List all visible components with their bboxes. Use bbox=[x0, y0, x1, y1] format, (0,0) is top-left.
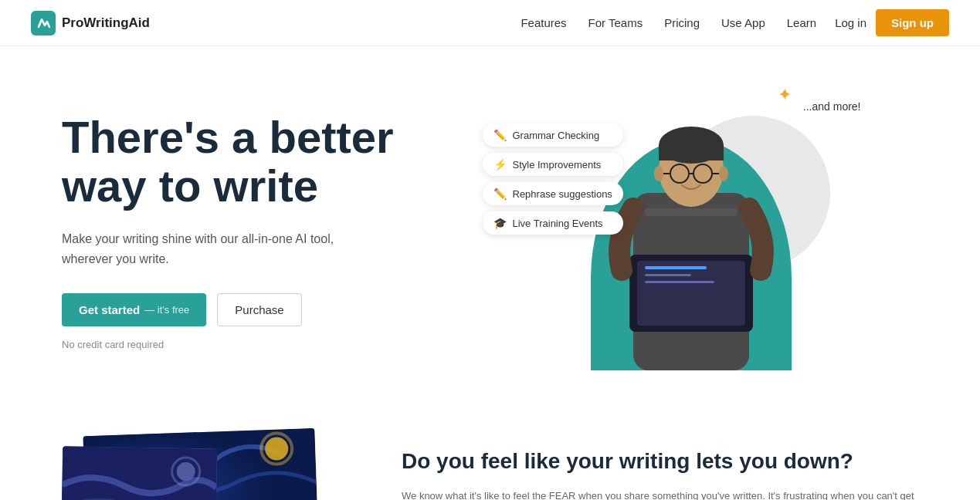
svg-rect-9 bbox=[659, 145, 724, 160]
pill-style: ⚡ Style Improvements bbox=[483, 153, 623, 176]
painting-front bbox=[61, 446, 217, 500]
nav-features[interactable]: Features bbox=[521, 16, 566, 29]
cta-free-label: — it's free bbox=[144, 304, 189, 316]
hero-subtitle: Make your writing shine with our all-in-… bbox=[62, 229, 355, 269]
hero-illustration: ...and more! ✦ bbox=[544, 93, 838, 370]
hero-title: There's a better way to write bbox=[62, 113, 463, 211]
section2: My idea in my head Do you feel like your… bbox=[0, 401, 980, 500]
logo-text: ProWritingAid bbox=[62, 15, 150, 31]
training-icon: 🎓 bbox=[493, 217, 507, 229]
pill-grammar: ✏️ Grammar Checking bbox=[483, 123, 623, 147]
nav-use-app[interactable]: Use App bbox=[721, 16, 765, 29]
svg-rect-4 bbox=[645, 266, 707, 269]
style-icon: ⚡ bbox=[493, 158, 507, 171]
hero-buttons: Get started — it's free Purchase bbox=[62, 293, 463, 326]
hero-illustration-area: ...and more! ✦ bbox=[463, 85, 918, 378]
signup-button[interactable]: Sign up bbox=[876, 9, 949, 36]
no-credit-card-note: No credit card required bbox=[62, 339, 463, 350]
paintings-stack: My idea in my head bbox=[62, 432, 340, 500]
pill-rephrase: ✏️ Rephrase suggestions bbox=[483, 182, 623, 205]
hero-content: There's a better way to write Make your … bbox=[62, 113, 463, 351]
pill-rephrase-label: Rephrase suggestions bbox=[513, 188, 612, 200]
svg-rect-6 bbox=[645, 281, 714, 283]
get-started-button[interactable]: Get started — it's free bbox=[62, 293, 206, 326]
section2-title-text: Do you feel like your writing lets you d… bbox=[402, 449, 853, 473]
pill-style-label: Style Improvements bbox=[513, 159, 602, 171]
section2-text: Do you feel like your writing lets you d… bbox=[402, 432, 918, 500]
svg-point-16 bbox=[719, 166, 728, 181]
sparkle-icon: ✦ bbox=[778, 85, 792, 105]
cta-label: Get started bbox=[79, 303, 140, 316]
grammar-icon: ✏️ bbox=[493, 129, 507, 141]
purchase-button[interactable]: Purchase bbox=[217, 293, 301, 326]
svg-rect-5 bbox=[645, 274, 691, 276]
feature-pills: ✏️ Grammar Checking ⚡ Style Improvements… bbox=[483, 123, 623, 235]
svg-rect-1 bbox=[645, 208, 738, 216]
hero-section: There's a better way to write Make your … bbox=[0, 46, 980, 401]
rephrase-icon: ✏️ bbox=[493, 188, 507, 200]
section2-images: My idea in my head bbox=[62, 432, 355, 500]
svg-point-15 bbox=[654, 166, 663, 181]
logo-link[interactable]: ProWritingAid bbox=[31, 11, 150, 35]
section2-title: Do you feel like your writing lets you d… bbox=[402, 448, 918, 475]
main-nav: ProWritingAid Features For Teams Pricing… bbox=[0, 0, 980, 46]
nav-pricing[interactable]: Pricing bbox=[664, 16, 700, 29]
nav-for-teams[interactable]: For Teams bbox=[588, 16, 643, 29]
pill-grammar-label: Grammar Checking bbox=[513, 130, 600, 141]
nav-learn[interactable]: Learn bbox=[787, 16, 816, 29]
logo-icon bbox=[31, 11, 56, 35]
section2-body: We know what it's like to feel the FEAR … bbox=[402, 488, 918, 500]
pill-training: 🎓 Live Training Events bbox=[483, 211, 623, 235]
pill-training-label: Live Training Events bbox=[513, 218, 603, 229]
more-label: ...and more! bbox=[803, 100, 861, 113]
person-illustration bbox=[606, 116, 776, 370]
login-button[interactable]: Log in bbox=[835, 16, 866, 29]
svg-rect-3 bbox=[637, 261, 745, 326]
nav-links: Features For Teams Pricing Use App Learn bbox=[521, 16, 816, 30]
